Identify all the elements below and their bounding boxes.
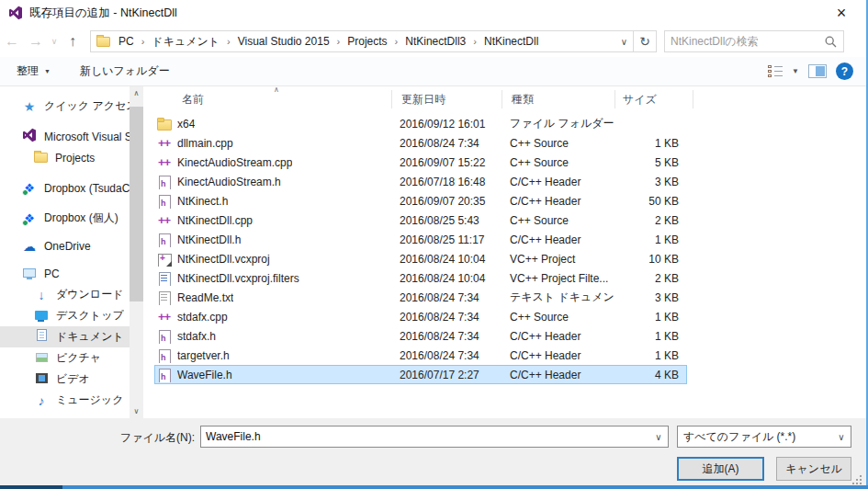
file-type-icon	[157, 213, 172, 228]
close-button[interactable]: ×	[826, 0, 857, 26]
chevron-down-icon: ∨	[621, 37, 627, 47]
file-name-cell: targetver.h	[155, 348, 391, 363]
resize-grip-icon[interactable]	[852, 475, 862, 484]
breadcrumb-item-ntkinectdll[interactable]: NtKinectDll	[482, 35, 540, 48]
monitor-icon	[22, 267, 37, 281]
forward-button[interactable]: →	[24, 30, 48, 52]
table-row[interactable]: NtKinectDll.vcxproj.filters 2016/08/24 1…	[154, 268, 687, 288]
table-row[interactable]: NtKinectDll.vcxproj 2016/08/24 10:04 VC+…	[154, 249, 687, 268]
file-size-cell: 3 KB	[614, 291, 684, 304]
file-date-cell: 2016/08/24 7:34	[391, 311, 502, 324]
chevron-down-icon[interactable]: ∨	[649, 432, 668, 442]
table-row[interactable]: dllmain.cpp 2016/08/24 7:34 C++ Source 1…	[154, 133, 687, 153]
file-date-cell: 2016/07/18 16:48	[391, 176, 502, 188]
file-size-cell: 1 KB	[614, 349, 684, 362]
table-row[interactable]: WaveFile.h 2016/07/17 2:27 C/C++ Header …	[154, 365, 687, 384]
column-header-size[interactable]: サイズ	[615, 90, 693, 108]
file-date-cell: 2016/08/24 10:04	[391, 253, 502, 266]
scrollbar-thumb[interactable]	[130, 107, 143, 301]
table-row[interactable]: stdafx.cpp 2016/08/24 7:34 C++ Source 1 …	[154, 307, 687, 326]
sidebar-item-onedrive[interactable]: ☁ OneDrive	[0, 235, 143, 256]
sidebar-item-dropbox-tsuda[interactable]: ❖ Dropbox (TsudaCC	[0, 177, 143, 199]
dropbox-icon: ❖	[22, 181, 37, 196]
sidebar-item-documents[interactable]: ドキュメント	[0, 326, 143, 347]
file-kind-cell: VC++ Project Filte...	[502, 272, 614, 285]
document-icon	[34, 329, 49, 345]
file-date-cell: 2016/08/25 5:43	[391, 214, 502, 227]
film-icon	[34, 372, 49, 387]
sidebar-item-dropbox-personal[interactable]: ❖ Dropbox (個人)	[0, 208, 143, 229]
filename-combobox: ∨	[200, 426, 669, 448]
chevron-down-icon: ∨	[51, 37, 58, 46]
file-name-cell: NtKinectDll.vcxproj.filters	[155, 271, 391, 286]
table-row[interactable]: KinectAudioStream.cpp 2016/09/07 15:22 C…	[154, 153, 687, 172]
desktop-icon	[34, 309, 49, 324]
breadcrumb-item-documents[interactable]: ドキュメント	[150, 34, 221, 50]
navigation-pane: ★ クイック アクセス Microsoft Visual S Projects …	[0, 86, 143, 418]
column-header-date[interactable]: 更新日時	[392, 90, 502, 108]
table-row[interactable]: ReadMe.txt 2016/08/24 7:34 テキスト ドキュメント 3…	[154, 288, 687, 307]
preview-pane-icon[interactable]	[808, 64, 827, 78]
filetype-select[interactable]: すべてのファイル (*.*) ∨	[677, 426, 851, 448]
sidebar-item-desktop[interactable]: デスクトップ	[0, 305, 143, 326]
filename-input[interactable]	[206, 430, 649, 443]
file-name-cell: stdafx.cpp	[155, 310, 391, 324]
new-folder-button[interactable]: 新しいフォルダー	[71, 57, 179, 85]
table-row[interactable]: NtKinectDll.cpp 2016/08/25 5:43 C++ Sour…	[154, 210, 687, 230]
search-input[interactable]	[671, 32, 822, 51]
page-title: 既存項目の追加 - NtKinectDll	[29, 6, 177, 21]
cancel-button[interactable]: キャンセル	[776, 457, 851, 481]
table-row[interactable]: targetver.h 2016/08/24 7:34 C/C++ Header…	[154, 346, 687, 365]
recent-locations-button[interactable]: ∨	[48, 37, 61, 46]
sidebar-item-downloads[interactable]: ↓ ダウンロード	[0, 284, 143, 305]
file-date-cell: 2016/08/25 11:17	[391, 233, 502, 246]
address-dropdown-button[interactable]: ∨	[621, 37, 627, 47]
sidebar-item-visual-studio[interactable]: Microsoft Visual S	[0, 126, 143, 147]
scroll-down-icon[interactable]: ∨	[130, 404, 143, 418]
refresh-button[interactable]: ↻	[634, 30, 657, 52]
table-row[interactable]: NtKinectDll.h 2016/08/25 11:17 C/C++ Hea…	[154, 230, 687, 249]
column-header-type[interactable]: 種類	[502, 90, 615, 108]
search-icon	[825, 36, 837, 48]
sidebar-item-music[interactable]: ♪ ミュージック	[0, 390, 143, 411]
breadcrumb-separator-icon: ›	[221, 36, 236, 47]
file-size-cell: 1 KB	[614, 330, 684, 343]
view-options-dropdown[interactable]: ▼	[792, 67, 799, 75]
table-row[interactable]: KinectAudioStream.h 2016/07/18 16:48 C/C…	[154, 172, 687, 191]
column-headers: ∧ 名前 更新日時 種類 サイズ	[143, 86, 866, 112]
sidebar-item-pc[interactable]: PC	[0, 263, 143, 284]
sidebar-scrollbar[interactable]: ∧ ∨	[130, 86, 143, 418]
add-button[interactable]: 追加(A)	[677, 457, 764, 481]
breadcrumb-item-vs2015[interactable]: Visual Studio 2015	[236, 35, 332, 48]
file-kind-cell: C/C++ Header	[502, 369, 614, 381]
back-icon: ←	[5, 33, 19, 49]
folder-icon	[34, 153, 48, 163]
file-date-cell: 2016/07/17 2:27	[391, 369, 502, 381]
change-view-icon[interactable]	[768, 65, 783, 78]
file-name-cell: NtKinect.h	[155, 194, 391, 209]
navigation-bar: ← → ∨ ↑ PC › ドキュメント › Visual Studio 2015…	[0, 26, 866, 57]
back-button[interactable]: ←	[0, 30, 24, 52]
table-row[interactable]: stdafx.h 2016/08/24 7:34 C/C++ Header 1 …	[154, 326, 687, 346]
file-date-cell: 2016/09/07 15:22	[391, 156, 502, 169]
breadcrumb-separator-icon: ›	[332, 36, 346, 47]
up-button[interactable]: ↑	[61, 30, 85, 52]
help-button[interactable]: ?	[836, 63, 853, 80]
scroll-up-icon[interactable]: ∧	[130, 86, 143, 100]
table-row[interactable]: NtKinect.h 2016/09/07 20:35 C/C++ Header…	[154, 191, 687, 210]
breadcrumb-item-projects[interactable]: Projects	[345, 35, 389, 48]
sidebar-item-projects[interactable]: Projects	[0, 147, 143, 168]
file-type-icon	[157, 290, 172, 305]
organize-button[interactable]: 整理 ▼	[7, 57, 60, 85]
file-kind-cell: C++ Source	[502, 311, 614, 324]
picture-icon	[34, 351, 49, 366]
file-date-cell: 2016/09/12 16:01	[391, 118, 502, 131]
sidebar-item-quick-access[interactable]: ★ クイック アクセス	[0, 96, 143, 117]
breadcrumb-item-pc[interactable]: PC	[117, 35, 136, 48]
sidebar-item-pictures[interactable]: ピクチャ	[0, 347, 143, 369]
breadcrumb-item-ntkinectdll3[interactable]: NtKinectDll3	[403, 35, 468, 48]
sidebar-item-videos[interactable]: ビデオ	[0, 369, 143, 390]
table-row[interactable]: x64 2016/09/12 16:01 ファイル フォルダー	[154, 114, 687, 133]
address-bar[interactable]: PC › ドキュメント › Visual Studio 2015 › Proje…	[90, 30, 634, 52]
file-pane: ∧ 名前 更新日時 種類 サイズ x64 2016/09/12 16:01 ファ…	[143, 86, 866, 418]
